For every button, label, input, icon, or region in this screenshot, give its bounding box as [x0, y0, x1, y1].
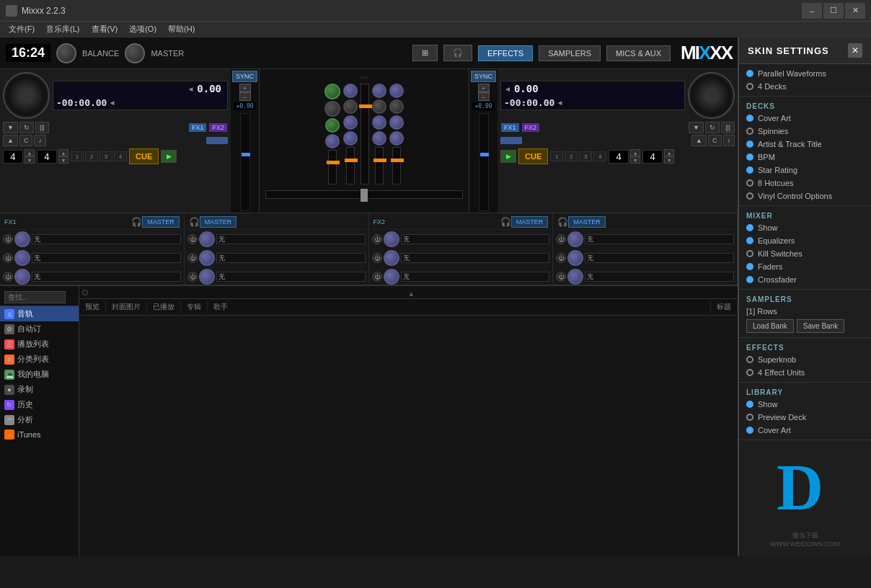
deck1-music-btn[interactable]: ♪	[34, 135, 46, 146]
fx4-select3[interactable]: 无	[585, 272, 734, 282]
ch2-knob3[interactable]	[343, 131, 358, 146]
fx3-power-btn[interactable]: ⏻	[372, 234, 382, 244]
sidebar-item-computer[interactable]: 💻 我的电脑	[0, 367, 79, 382]
fx2-knob1[interactable]	[199, 231, 215, 247]
fx2-power-btn2[interactable]: ⏻	[187, 253, 198, 263]
fx2-power-btn[interactable]: ⏻	[187, 234, 198, 244]
deck1-arrow-up[interactable]: ▲	[3, 135, 18, 146]
ch1-hp-knob[interactable]	[324, 101, 340, 117]
load-bank-btn[interactable]: Load Bank	[746, 319, 794, 333]
deck2-beat1-up[interactable]: ▲	[664, 149, 674, 156]
menu-view[interactable]: 查看(V)	[86, 22, 124, 36]
fx4-power-btn[interactable]: ⏻	[556, 234, 566, 244]
deck1-hc1[interactable]: 1	[71, 151, 84, 161]
save-bank-btn[interactable]: Save Bank	[797, 319, 844, 333]
skin-opt-faders[interactable]: Faders	[739, 260, 871, 273]
skin-opt-4effect-units[interactable]: 4 Effect Units	[739, 366, 871, 379]
fx3-power-btn2[interactable]: ⏻	[372, 253, 382, 263]
fx4-knob1[interactable]	[567, 231, 583, 247]
fx2-select3[interactable]: 无	[216, 272, 366, 282]
deck1-cue-btn[interactable]: CUE	[129, 148, 159, 164]
fx4-power-btn2[interactable]: ⏻	[556, 253, 566, 263]
sidebar-item-catlist[interactable]: ≡ 分类列表	[0, 352, 79, 367]
deck2-c-btn[interactable]: C	[708, 135, 722, 146]
skin-opt-artist-track[interactable]: Artist & Track Title	[739, 138, 871, 151]
fx2-knob2[interactable]	[199, 250, 215, 266]
menu-help[interactable]: 帮助(H)	[162, 22, 200, 36]
deck1-hc4[interactable]: 4	[114, 151, 127, 161]
deck1-bars[interactable]: |||	[35, 122, 49, 133]
ch4-fader-thumb[interactable]	[391, 159, 404, 162]
deck2-plus[interactable]: +	[478, 84, 490, 92]
deck2-hc2[interactable]: 2	[565, 151, 578, 161]
balance-knob[interactable]	[56, 43, 76, 63]
skin-opt-bpm[interactable]: BPM	[739, 151, 871, 164]
deck1-beat2-dn[interactable]: ▼	[58, 156, 68, 164]
ch1-gain-knob[interactable]	[324, 84, 340, 99]
fx3-select1[interactable]: 无	[401, 234, 550, 244]
ch4-gain-knob[interactable]	[389, 84, 404, 98]
maximize-button[interactable]: ☐	[823, 3, 844, 19]
fx1-knob2[interactable]	[14, 250, 30, 266]
fx1-select2[interactable]: 无	[32, 253, 181, 263]
ch4-knob2[interactable]	[389, 115, 404, 130]
deck1-fx1-btn[interactable]: FX1	[189, 123, 207, 132]
ch2-fader-thumb[interactable]	[345, 159, 358, 162]
deck2-hc1[interactable]: 1	[550, 151, 563, 161]
crossfader-track[interactable]	[265, 190, 463, 199]
ch1-fader[interactable]	[328, 150, 337, 184]
library-sort-arrow[interactable]: ▲	[408, 290, 415, 298]
skin-opt-kill-switches[interactable]: Kill Switches	[739, 247, 871, 260]
fx3-knob2[interactable]	[384, 250, 399, 266]
skin-opt-library-coverart[interactable]: Cover Art	[739, 424, 871, 437]
crossfader-thumb[interactable]	[361, 189, 368, 202]
fx1-power-btn[interactable]: ⏻	[3, 234, 13, 244]
skin-opt-spinnies[interactable]: Spinnies	[739, 125, 871, 138]
deck1-c-btn[interactable]: C	[19, 135, 33, 146]
fx3-select3[interactable]: 无	[401, 272, 550, 282]
menu-library[interactable]: 音乐库(L)	[40, 22, 85, 36]
skin-opt-library-show[interactable]: Show	[739, 398, 871, 411]
center-menu-dots[interactable]: ···	[262, 72, 466, 82]
deck2-sync-btn[interactable]: SYNC	[471, 71, 496, 82]
deck1-loop[interactable]: ↻	[19, 122, 34, 133]
col-played[interactable]: 已播放	[147, 300, 181, 313]
ch3-knob3[interactable]	[372, 131, 386, 146]
ch2-hp-knob[interactable]	[343, 99, 358, 114]
sidebar-item-tracks[interactable]: ♫ 音轨	[0, 306, 79, 321]
master-fader[interactable]	[361, 84, 369, 184]
fx1-knob1[interactable]	[14, 231, 30, 247]
deck2-hc4[interactable]: 4	[593, 151, 606, 161]
ch2-gain-knob[interactable]	[343, 84, 358, 98]
deck2-bars[interactable]: |||	[721, 122, 735, 133]
deck1-hc2[interactable]: 2	[85, 151, 98, 161]
library-search-input[interactable]	[4, 291, 66, 303]
fx4-knob2[interactable]	[567, 250, 583, 266]
skin-settings-close-btn[interactable]: ✕	[848, 43, 862, 58]
ch2-fader[interactable]	[346, 147, 355, 184]
deck2-music-btn[interactable]: ♪	[723, 135, 735, 146]
sidebar-item-playlist[interactable]: ☰ 播放列表	[0, 337, 79, 352]
deck1-speed-slider[interactable]	[240, 113, 250, 211]
deck2-beat1-dn[interactable]: ▼	[664, 156, 674, 164]
samplers-btn[interactable]: SAMPLERS	[539, 45, 601, 61]
fx1-power-btn3[interactable]: ⏻	[3, 272, 13, 282]
fx3-knob3[interactable]	[384, 269, 399, 285]
deck1-sync-btn[interactable]: SYNC	[232, 71, 257, 82]
skin-opt-parallel-waveforms[interactable]: Parallel Waveforms	[739, 67, 871, 80]
deck1-plus[interactable]: +	[239, 84, 251, 92]
skin-opt-coverart[interactable]: Cover Art	[739, 112, 871, 125]
skin-opt-8hotcues[interactable]: 8 Hotcues	[739, 177, 871, 190]
close-button[interactable]: ✕	[845, 3, 865, 19]
col-artist[interactable]: 歌手	[208, 300, 711, 313]
menu-options[interactable]: 选项(O)	[123, 22, 162, 36]
sidebar-item-history[interactable]: ↻ 历史	[0, 397, 79, 412]
fx4-knob3[interactable]	[567, 269, 583, 285]
ch1-knob3[interactable]	[325, 134, 340, 148]
ch3-fader-thumb[interactable]	[373, 159, 386, 162]
fx3-master-btn[interactable]: MASTER	[511, 216, 549, 228]
deck2-beat2-dn[interactable]: ▼	[630, 156, 640, 164]
fx2-power-btn3[interactable]: ⏻	[187, 272, 198, 282]
fx3-select2[interactable]: 无	[401, 253, 550, 263]
deck2-arrow-left[interactable]: ▼	[689, 122, 704, 133]
